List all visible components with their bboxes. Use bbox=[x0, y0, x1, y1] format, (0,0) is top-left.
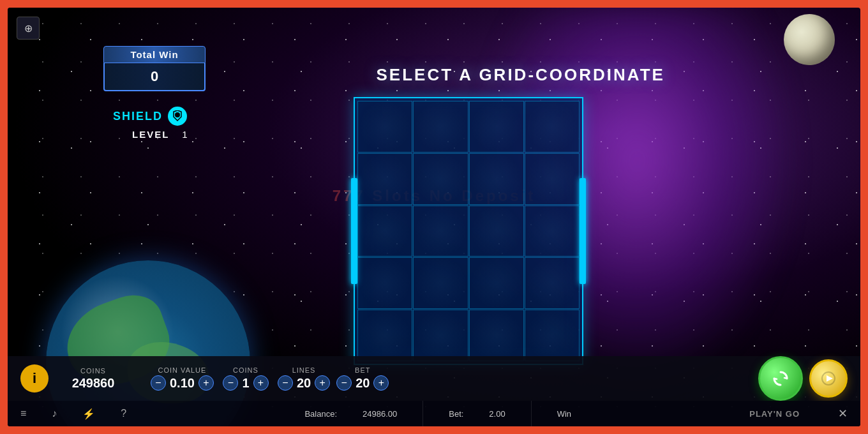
coins2-plus[interactable]: + bbox=[253, 375, 269, 391]
grid-container bbox=[354, 97, 583, 365]
total-win-panel: Total Win 0 bbox=[103, 46, 206, 91]
bet-status-value: 2.00 bbox=[489, 409, 505, 419]
moon-decoration bbox=[784, 14, 835, 65]
win-label: Win bbox=[557, 409, 571, 419]
lines-group: LINES − 20 + bbox=[278, 366, 330, 391]
coin-value-plus[interactable]: + bbox=[198, 375, 214, 391]
coins2-value: 1 bbox=[242, 376, 249, 391]
balance-label: Balance: bbox=[304, 409, 337, 419]
grid-cell[interactable] bbox=[357, 153, 412, 205]
coin-value-display: 0.10 bbox=[170, 376, 195, 391]
grid-cell[interactable] bbox=[469, 310, 524, 361]
shield-label: SHIELD bbox=[113, 110, 163, 123]
bet-controls: − 20 + bbox=[336, 375, 389, 391]
coins2-label: COINS bbox=[233, 366, 258, 374]
grid-cell[interactable] bbox=[357, 101, 412, 153]
grid-cell[interactable] bbox=[357, 206, 412, 257]
coins2-group: COINS − 1 + bbox=[220, 366, 271, 391]
total-win-label: Total Win bbox=[103, 46, 206, 63]
coin-value-minus[interactable]: − bbox=[151, 375, 166, 391]
grid-cell[interactable] bbox=[357, 257, 412, 309]
total-win-value: 0 bbox=[103, 63, 206, 91]
coin-value-label: COIN VALUE bbox=[158, 366, 207, 374]
level-value: 1 bbox=[182, 129, 187, 140]
shield-icon bbox=[168, 107, 187, 126]
grid-cell[interactable] bbox=[525, 101, 580, 153]
sound-icon[interactable]: ♪ bbox=[52, 408, 57, 419]
status-bar: ≡ ♪ ⚡ ? Balance: 24986.00 Bet: 2.00 Win … bbox=[8, 401, 860, 426]
grid-cell[interactable] bbox=[525, 206, 580, 257]
shield-info: SHIELD bbox=[113, 107, 187, 126]
game-container: ⊕ Total Win 0 SHIELD LEVEL 1 SELECT A GR… bbox=[8, 8, 860, 426]
grid-cell[interactable] bbox=[413, 206, 468, 257]
balance-value: 24986.00 bbox=[363, 409, 397, 419]
coins-value: 249860 bbox=[72, 376, 115, 391]
coins2-minus[interactable]: − bbox=[223, 375, 238, 391]
bet-minus[interactable]: − bbox=[336, 375, 352, 391]
close-button[interactable]: ✕ bbox=[838, 407, 848, 421]
lines-value: 20 bbox=[297, 376, 311, 391]
coin-value-controls: − 0.10 + bbox=[151, 375, 214, 391]
level-label: LEVEL bbox=[132, 129, 169, 140]
svg-point-0 bbox=[175, 112, 180, 117]
lines-controls: − 20 + bbox=[278, 375, 330, 391]
outer-border: ⊕ Total Win 0 SHIELD LEVEL 1 SELECT A GR… bbox=[0, 0, 868, 434]
coins2-controls: − 1 + bbox=[223, 375, 268, 391]
grid-cell[interactable] bbox=[469, 101, 524, 153]
coins-label: COINS bbox=[80, 367, 106, 375]
lines-minus[interactable]: − bbox=[278, 375, 293, 391]
lines-label: LINES bbox=[292, 366, 316, 374]
info-button[interactable]: i bbox=[20, 364, 49, 393]
grid-inner bbox=[357, 101, 580, 361]
expand-button[interactable]: ⊕ bbox=[17, 17, 40, 40]
spin-button[interactable] bbox=[758, 356, 803, 401]
grid-cell[interactable] bbox=[413, 153, 468, 205]
bet-group: BET − 20 + bbox=[336, 366, 389, 391]
level-info: LEVEL 1 bbox=[132, 129, 188, 140]
bottom-bar: i COINS 249860 COIN VALUE − 0.10 + COINS… bbox=[8, 356, 860, 401]
grid-cell[interactable] bbox=[413, 101, 468, 153]
lightning-icon[interactable]: ⚡ bbox=[82, 408, 95, 420]
bet-value: 20 bbox=[355, 376, 370, 391]
divider1 bbox=[423, 401, 423, 426]
grid-cell[interactable] bbox=[469, 153, 524, 205]
select-prompt: SELECT A GRID-COORDINATE bbox=[377, 65, 665, 85]
coins-group: COINS 249860 bbox=[68, 367, 119, 391]
grid-cell[interactable] bbox=[525, 257, 580, 309]
divider2 bbox=[531, 401, 532, 426]
grid-cell[interactable] bbox=[525, 310, 580, 361]
grid-frame bbox=[354, 97, 583, 365]
lines-plus[interactable]: + bbox=[315, 375, 330, 391]
grid-cell[interactable] bbox=[469, 206, 524, 257]
grid-cell[interactable] bbox=[357, 310, 412, 361]
grid-cell[interactable] bbox=[469, 257, 524, 309]
playngo-logo: PLAY'N GO bbox=[749, 409, 800, 419]
grid-cell[interactable] bbox=[413, 310, 468, 361]
bet-label: BET bbox=[355, 366, 370, 374]
grid-cell[interactable] bbox=[413, 257, 468, 309]
bet-status-label: Bet: bbox=[449, 409, 463, 419]
play-button[interactable] bbox=[809, 359, 848, 398]
menu-icon[interactable]: ≡ bbox=[20, 408, 26, 419]
bet-plus[interactable]: + bbox=[373, 375, 389, 391]
grid-cell[interactable] bbox=[525, 153, 580, 205]
help-icon[interactable]: ? bbox=[121, 408, 126, 419]
coin-value-group: COIN VALUE − 0.10 + bbox=[151, 366, 214, 391]
